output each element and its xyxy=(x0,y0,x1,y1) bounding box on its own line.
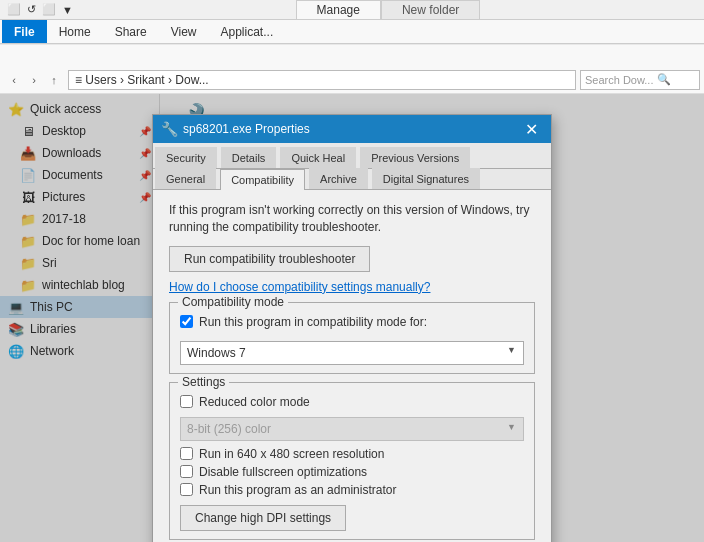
settings-group: Settings Reduced color mode 8-bit (256) … xyxy=(169,382,535,540)
reduced-color-row: Reduced color mode xyxy=(180,395,524,409)
color-depth-dropdown: 8-bit (256) color 16-bit (65536) color xyxy=(180,417,524,441)
reduced-color-label: Reduced color mode xyxy=(199,395,310,409)
settings-content: Reduced color mode 8-bit (256) color 16-… xyxy=(180,395,524,531)
compat-mode-content: Run this program in compatibility mode f… xyxy=(180,315,524,365)
ribbon-tabs: File Home Share View Applicat... xyxy=(0,20,704,44)
tab-manage[interactable]: Manage xyxy=(296,0,381,19)
tab-details[interactable]: Details xyxy=(221,147,277,168)
qat-save[interactable]: ⬜ xyxy=(4,3,24,16)
ribbon-tab-share[interactable]: Share xyxy=(103,20,159,43)
qat-redo[interactable]: ⬜ xyxy=(39,3,59,16)
admin-checkbox[interactable] xyxy=(180,483,193,496)
tab-new-folder[interactable]: New folder xyxy=(381,0,480,19)
search-box[interactable]: Search Dow... 🔍 xyxy=(580,70,700,90)
fullscreen-checkbox[interactable] xyxy=(180,465,193,478)
main-layout: ⭐ Quick access 🖥 Desktop 📌 📥 Downloads 📌… xyxy=(0,94,704,542)
dialog-content: If this program isn't working correctly … xyxy=(153,190,551,542)
nav-up[interactable]: ↑ xyxy=(44,70,64,90)
color-dropdown-wrapper: 8-bit (256) color 16-bit (65536) color xyxy=(180,413,524,441)
nav-forward[interactable]: › xyxy=(24,70,44,90)
fullscreen-row: Disable fullscreen optimizations xyxy=(180,465,524,479)
dialog-close-button[interactable]: ✕ xyxy=(519,117,543,141)
compat-mode-checkbox[interactable] xyxy=(180,315,193,328)
tab-general[interactable]: General xyxy=(155,168,216,189)
quick-access-toolbar: ⬜ ↺ ⬜ ▼ Manage New folder xyxy=(0,0,704,20)
tab-previous-versions[interactable]: Previous Versions xyxy=(360,147,470,168)
compat-mode-checkbox-row: Run this program in compatibility mode f… xyxy=(180,315,524,329)
ribbon-toolbar xyxy=(0,44,704,66)
compatibility-mode-group: Compatibility mode Run this program in c… xyxy=(169,302,535,374)
admin-label: Run this program as an administrator xyxy=(199,483,396,497)
dialog-tabs: Security Details Quick Heal Previous Ver… xyxy=(153,143,551,190)
high-dpi-button[interactable]: Change high DPI settings xyxy=(180,505,346,531)
compat-description: If this program isn't working correctly … xyxy=(169,202,535,236)
tab-quick-heal[interactable]: Quick Heal xyxy=(280,147,356,168)
qat-dropdown[interactable]: ▼ xyxy=(59,4,76,16)
compat-mode-label: Run this program in compatibility mode f… xyxy=(199,315,427,329)
compat-mode-title: Compatibility mode xyxy=(178,295,288,309)
qat-undo[interactable]: ↺ xyxy=(24,3,39,16)
resolution-checkbox[interactable] xyxy=(180,447,193,460)
tab-digital-signatures[interactable]: Digital Signatures xyxy=(372,168,480,189)
ribbon-toolbar-spacer xyxy=(4,50,19,62)
search-icon: 🔍 xyxy=(657,73,671,86)
nav-back[interactable]: ‹ xyxy=(4,70,24,90)
fullscreen-label: Disable fullscreen optimizations xyxy=(199,465,367,479)
ribbon-tab-applicat[interactable]: Applicat... xyxy=(209,20,286,43)
properties-dialog: 🔧 sp68201.exe Properties ✕ Security Deta… xyxy=(152,114,552,542)
ribbon-tab-home[interactable]: Home xyxy=(47,20,103,43)
nav-path[interactable]: ≡ Users › Srikant › Dow... xyxy=(68,70,576,90)
ribbon-tab-file[interactable]: File xyxy=(2,20,47,43)
compat-os-dropdown[interactable]: Windows 7 Windows XP (Service Pack 2) Wi… xyxy=(180,341,524,365)
tab-archive[interactable]: Archive xyxy=(309,168,368,189)
dialog-title-bar: 🔧 sp68201.exe Properties ✕ xyxy=(153,115,551,143)
resolution-label: Run in 640 x 480 screen resolution xyxy=(199,447,384,461)
dialog-overlay: 🔧 sp68201.exe Properties ✕ Security Deta… xyxy=(0,94,704,542)
reduced-color-checkbox[interactable] xyxy=(180,395,193,408)
dialog-title-text: sp68201.exe Properties xyxy=(183,122,519,136)
compat-dropdown-wrapper: Windows 7 Windows XP (Service Pack 2) Wi… xyxy=(180,335,524,365)
tab-security[interactable]: Security xyxy=(155,147,217,168)
resolution-row: Run in 640 x 480 screen resolution xyxy=(180,447,524,461)
dialog-title-icon: 🔧 xyxy=(161,121,177,137)
admin-row: Run this program as an administrator xyxy=(180,483,524,497)
nav-bar: ‹ › ↑ ≡ Users › Srikant › Dow... Search … xyxy=(0,66,704,94)
run-troubleshooter-button[interactable]: Run compatibility troubleshooter xyxy=(169,246,370,272)
ribbon-tab-view[interactable]: View xyxy=(159,20,209,43)
tab-compatibility[interactable]: Compatibility xyxy=(220,169,305,190)
manual-settings-link[interactable]: How do I choose compatibility settings m… xyxy=(169,280,535,294)
search-placeholder: Search Dow... xyxy=(585,74,653,86)
settings-title: Settings xyxy=(178,375,229,389)
